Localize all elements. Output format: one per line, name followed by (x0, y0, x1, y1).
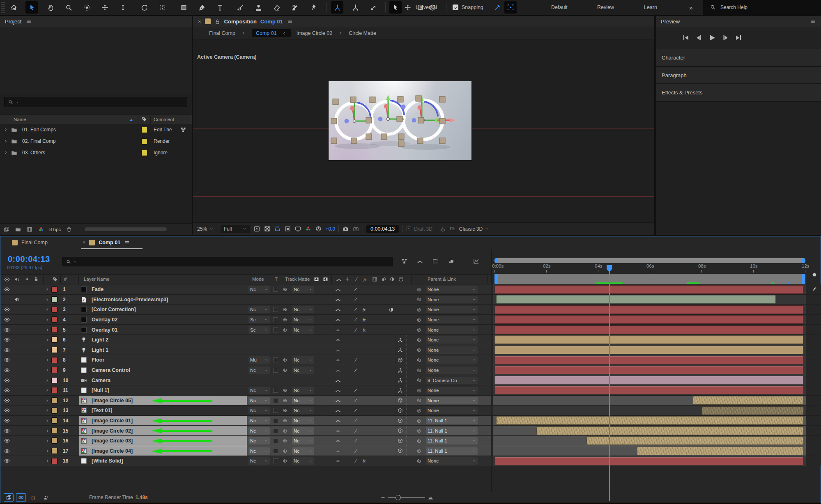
track-matte-dropdown[interactable]: Nc (292, 316, 314, 323)
last-frame-button[interactable] (734, 34, 743, 42)
track-matte-dropdown[interactable]: Nc (292, 367, 314, 374)
quality-switch[interactable] (353, 436, 359, 446)
toolbar-grip[interactable] (1, 2, 5, 13)
renderer-dropdown[interactable]: Classic 3D (459, 226, 489, 232)
track-matte-dropdown[interactable]: Nc (292, 326, 314, 334)
track-row-10[interactable] (491, 375, 821, 385)
layer-duration-bar[interactable] (494, 335, 803, 344)
layer-name-column-header[interactable]: Layer Name (84, 277, 110, 282)
expand-chevron-icon[interactable] (45, 446, 50, 456)
workspace-learn[interactable]: Learn (644, 0, 657, 15)
breadcrumb-image-circle-02[interactable]: Image Circle 02 (297, 30, 333, 36)
track-row-4[interactable] (491, 315, 821, 325)
work-area-bar[interactable] (494, 274, 805, 284)
clone-stamp-tool[interactable] (252, 1, 264, 14)
eye-icon[interactable] (4, 315, 10, 325)
layer-row-13[interactable]: 13[Text 01]NcNcNone (0, 405, 491, 416)
matte-luma-icon[interactable] (322, 276, 329, 282)
eye-icon[interactable] (4, 365, 10, 376)
project-panel-header[interactable]: Project (0, 16, 192, 27)
blend-mode-dropdown[interactable]: Mu (248, 356, 270, 364)
parent-link-dropdown[interactable]: 9. Camera Co (426, 377, 478, 384)
layer-duration-bar[interactable] (494, 386, 803, 394)
label-color-swatch[interactable] (51, 428, 57, 434)
track-row-2[interactable] (491, 295, 821, 305)
zoom-out-icon[interactable] (380, 495, 386, 500)
track-row-11[interactable] (491, 385, 821, 396)
render-draft-icon[interactable] (41, 493, 51, 502)
expand-chevron-icon[interactable] (45, 375, 50, 385)
effects-switch[interactable]: fx (362, 315, 368, 325)
timeline-search-input[interactable] (62, 257, 393, 266)
matte-pickwhip-icon[interactable] (282, 305, 288, 315)
shy-switch[interactable] (335, 284, 341, 295)
shy-switch[interactable] (335, 295, 341, 305)
matte-pickwhip-icon[interactable] (282, 365, 288, 376)
type-tool[interactable] (214, 1, 226, 14)
track-matte-dropdown[interactable]: Nc (292, 286, 314, 293)
create-folder-icon[interactable] (15, 226, 21, 233)
preserve-transparency-checkbox[interactable] (273, 365, 278, 376)
layer-row-2[interactable]: 2[ElectronicsLogo-Preview.mp3]None (0, 295, 491, 305)
track-row-5[interactable] (491, 325, 821, 335)
exposure-value[interactable]: +0,0 (325, 226, 335, 232)
layer-duration-bar[interactable] (637, 447, 804, 455)
comment-column-header[interactable]: Comment (154, 117, 174, 122)
expand-chevron-icon[interactable] (45, 416, 50, 426)
track-matte-dropdown[interactable]: Nc (292, 457, 314, 465)
layer-duration-bar[interactable] (496, 295, 776, 304)
shy-toggle-icon[interactable] (416, 258, 423, 265)
parent-link-dropdown[interactable]: None (426, 457, 478, 465)
shy-switch[interactable] (335, 446, 341, 456)
track-matte-dropdown[interactable]: Nc (292, 437, 314, 444)
parent-link-column-header[interactable]: Parent & Link (428, 277, 456, 282)
three-d-switch[interactable] (397, 396, 403, 406)
next-frame-button[interactable] (721, 34, 729, 42)
three-d-switch[interactable] (397, 436, 403, 446)
project-item-2[interactable]: 02. Final CompRender (0, 136, 192, 147)
eye-icon[interactable] (4, 396, 10, 406)
layer-name[interactable]: Camera (92, 375, 110, 385)
parent-link-dropdown[interactable]: None (426, 316, 478, 323)
shy-switch[interactable] (335, 345, 341, 355)
lock-column-icon[interactable] (33, 276, 39, 282)
track-row-7[interactable] (491, 345, 821, 355)
effects-icon[interactable]: fx (363, 276, 369, 283)
fast-preview-icon[interactable] (253, 225, 260, 232)
flowchart-icon[interactable] (180, 126, 186, 133)
expand-chevron-icon[interactable] (45, 436, 50, 446)
layer-row-8[interactable]: 8FloorMuNcNone (0, 355, 491, 365)
track-matte-dropdown[interactable]: Nc (292, 387, 314, 394)
panel-menu-icon[interactable] (287, 18, 293, 25)
breadcrumb-comp-01-active[interactable]: Comp 01 (252, 29, 291, 37)
breadcrumb-circle-matte[interactable]: Circle Matte (349, 30, 376, 36)
zoom-in-mountains-icon[interactable] (428, 495, 434, 501)
eraser-tool[interactable] (270, 1, 283, 14)
matte-pickwhip-icon[interactable] (282, 446, 288, 456)
label-color-swatch[interactable] (51, 377, 57, 383)
matte-pickwhip-icon[interactable] (282, 456, 288, 466)
layer-duration-bar[interactable] (494, 366, 803, 374)
layer-row-9[interactable]: 9Camera ControlNcNcNone (0, 365, 491, 376)
blend-mode-dropdown[interactable]: Nc (248, 427, 270, 435)
show-snapshot-icon[interactable] (352, 225, 359, 232)
audio-column-icon[interactable] (14, 276, 20, 282)
preserve-transparency-checkbox[interactable] (273, 416, 278, 426)
track-row-1[interactable] (491, 284, 821, 295)
parent-link-dropdown[interactable]: None (426, 326, 478, 334)
track-matte-dropdown[interactable]: Nc (292, 306, 314, 313)
three-d-switch[interactable] (397, 446, 403, 456)
current-time-display[interactable]: 0:00:04:13 (8, 254, 50, 264)
snap-feature-icon[interactable] (504, 1, 517, 14)
layer-row-18[interactable]: 18[White Solid]NcNcfxNone (0, 456, 491, 466)
blend-mode-dropdown[interactable]: Nc (248, 417, 270, 424)
blend-mode-dropdown[interactable]: Nc (248, 387, 270, 394)
blend-mode-dropdown[interactable]: Nc (248, 397, 270, 404)
preserve-transparency-checkbox[interactable] (273, 426, 278, 436)
layer-row-6[interactable]: 6Light 2None (0, 335, 491, 345)
trash-icon[interactable] (66, 226, 72, 233)
label-color-swatch[interactable] (51, 307, 57, 313)
track-row-9[interactable] (491, 365, 821, 376)
layer-name[interactable]: Camera Control (92, 365, 130, 376)
parent-link-dropdown[interactable]: 11. Null 1 (426, 417, 478, 424)
